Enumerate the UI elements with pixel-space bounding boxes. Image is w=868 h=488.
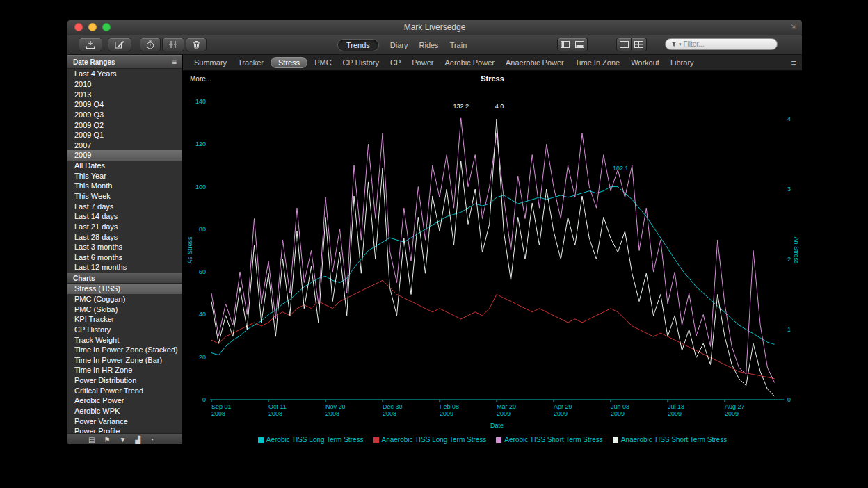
- filter-field[interactable]: ▾: [665, 38, 778, 50]
- date-range-2009-q4[interactable]: 2009 Q4: [67, 99, 182, 110]
- chart-item-pmc-coggan[interactable]: PMC (Coggan): [67, 294, 182, 304]
- date-range-last-7-days[interactable]: Last 7 days: [67, 201, 182, 211]
- grid-view-button[interactable]: [632, 38, 647, 51]
- date-range-2009-q3[interactable]: 2009 Q3: [67, 110, 182, 120]
- date-range-this-month[interactable]: This Month: [67, 181, 182, 191]
- content: Date Ranges ≡ Last 4 Years201020132009 Q…: [67, 55, 802, 445]
- chevron-down-icon: ▾: [679, 42, 682, 47]
- chart-item-stress-tiss[interactable]: Stress (TISS): [67, 284, 182, 294]
- date-range-last-6-months[interactable]: Last 6 months: [67, 252, 182, 263]
- toggle-bottombar-button[interactable]: [572, 38, 588, 51]
- tab-stress[interactable]: Stress: [271, 57, 307, 68]
- peak-annotation: 132.2: [453, 103, 469, 110]
- save-button[interactable]: [79, 38, 102, 51]
- chart-item-track-weight[interactable]: Track Weight: [67, 334, 182, 345]
- bookmark-icon[interactable]: ⚑: [104, 437, 110, 444]
- fullscreen-icon[interactable]: ⇲: [790, 22, 796, 31]
- legend-label: Aerobic TISS Long Term Stress: [266, 436, 364, 444]
- date-range-last-28-days[interactable]: Last 28 days: [67, 231, 182, 242]
- chart-item-pmc-skiba[interactable]: PMC (Skiba): [67, 304, 182, 314]
- legend-swatch: [613, 437, 618, 443]
- x-tick-label: Feb 082009: [440, 403, 459, 418]
- titlebar: Mark Liversedge ⇲: [67, 20, 802, 35]
- tab-cp[interactable]: CP: [385, 56, 406, 69]
- legend-item-aerobic-tiss-long-term-stress: Aerobic TISS Long Term Stress: [258, 436, 364, 444]
- intervals-button[interactable]: [162, 38, 184, 51]
- date-range-2013[interactable]: 2013: [67, 89, 182, 99]
- tab-anaerobic-power[interactable]: Anaerobic Power: [500, 56, 570, 69]
- chart-item-time-in-power-zone-bar[interactable]: Time In Power Zone (Bar): [67, 355, 182, 365]
- chart-item-power-profile[interactable]: Power Profile: [67, 426, 182, 433]
- x-tick-label: Nov 202008: [326, 403, 346, 418]
- date-range-this-week[interactable]: This Week: [67, 191, 182, 202]
- funnel-icon[interactable]: ▼: [119, 437, 126, 444]
- date-ranges-menu-icon[interactable]: ≡: [172, 57, 177, 67]
- panel-icon[interactable]: ▤: [88, 437, 95, 444]
- date-range-2009[interactable]: 2009: [67, 150, 182, 161]
- sidebar-bottom-toolbar: ▤⚑▼▟◔: [67, 433, 182, 445]
- chart-item-power-distribution[interactable]: Power Distribution: [67, 375, 182, 386]
- trash-button[interactable]: [186, 38, 207, 51]
- toolbar: TrendsDiaryRidesTrain: [67, 35, 802, 55]
- chart-item-aerobic-wpk[interactable]: Aerobic WPK: [67, 406, 182, 416]
- grid-view-icon: [634, 41, 643, 48]
- tab-pmc[interactable]: PMC: [309, 56, 337, 69]
- chart-item-time-in-power-zone-stacked[interactable]: Time In Power Zone (Stacked): [67, 345, 182, 355]
- date-range-all-dates[interactable]: All Dates: [67, 161, 182, 171]
- date-range-last-21-days[interactable]: Last 21 days: [67, 222, 182, 232]
- y-left-tick-label: 80: [183, 226, 206, 233]
- date-range-2009-q2[interactable]: 2009 Q2: [67, 120, 182, 130]
- tab-power[interactable]: Power: [406, 56, 439, 69]
- x-axis-title: Date: [210, 422, 784, 429]
- date-range-this-year[interactable]: This Year: [67, 170, 182, 181]
- toggle-sidebar-button[interactable]: [557, 38, 572, 51]
- intervals-icon: [168, 40, 178, 49]
- filter-input[interactable]: [683, 40, 771, 48]
- stats-icon[interactable]: ▟: [135, 437, 140, 444]
- tab-library[interactable]: Library: [665, 56, 700, 69]
- legend-swatch: [258, 437, 264, 443]
- date-range-2009-q1[interactable]: 2009 Q1: [67, 130, 182, 140]
- date-range-last-14-days[interactable]: Last 14 days: [67, 211, 182, 222]
- y-left-tick-label: 60: [183, 268, 206, 275]
- date-range-last-4-years[interactable]: Last 4 Years: [67, 69, 182, 79]
- chart-item-aerobic-power[interactable]: Aerobic Power: [67, 396, 182, 406]
- tab-time-in-zone[interactable]: Time In Zone: [570, 56, 625, 69]
- chart-item-cp-history[interactable]: CP History: [67, 325, 182, 335]
- y-left-tick-label: 100: [183, 184, 206, 190]
- view-tab-train[interactable]: Train: [450, 41, 467, 49]
- legend-label: Anaerobic TISS Long Term Stress: [382, 436, 487, 444]
- tab-cp-history[interactable]: CP History: [337, 56, 385, 69]
- peak-annotation: 102.1: [613, 165, 629, 172]
- main-area: SummaryTrackerStressPMCCP HistoryCPPower…: [183, 55, 802, 445]
- chart-item-kpi-tracker[interactable]: KPI Tracker: [67, 314, 182, 325]
- clock-icon[interactable]: ◔: [150, 437, 154, 444]
- sidebar: Date Ranges ≡ Last 4 Years201020132009 Q…: [67, 55, 183, 445]
- x-tick-label: Oct 112008: [268, 403, 287, 418]
- y-right-tick-label: 3: [787, 186, 791, 193]
- tabbar-menu-icon[interactable]: ≡: [791, 58, 796, 68]
- date-range-last-3-months[interactable]: Last 3 months: [67, 242, 182, 252]
- chart-item-critical-power-trend[interactable]: Critical Power Trend: [67, 385, 182, 396]
- y-right-axis-title: An Stress: [793, 234, 800, 267]
- stopwatch-button[interactable]: [140, 38, 161, 51]
- date-range-2010[interactable]: 2010: [67, 79, 182, 90]
- legend-label: Anaerobic TISS Short Term Stress: [621, 436, 727, 444]
- date-range-last-12-months[interactable]: Last 12 months: [67, 262, 182, 273]
- x-tick-label: Jul 182009: [668, 403, 684, 418]
- tab-tracker[interactable]: Tracker: [232, 56, 269, 69]
- chart-item-time-in-hr-zone[interactable]: Time In HR Zone: [67, 365, 182, 375]
- tile-view-button[interactable]: [616, 38, 632, 51]
- date-range-2007[interactable]: 2007: [67, 140, 182, 150]
- chart-item-power-variance[interactable]: Power Variance: [67, 416, 182, 426]
- chart-pane: More... Stress Sep 012008Oct 112008Nov 2…: [183, 71, 802, 445]
- view-tab-rides[interactable]: Rides: [419, 41, 439, 49]
- view-tab-diary[interactable]: Diary: [390, 41, 408, 49]
- tab-aerobic-power[interactable]: Aerobic Power: [439, 56, 500, 69]
- edit-button[interactable]: [108, 38, 131, 51]
- chart-legend: Aerobic TISS Long Term StressAnaerobic T…: [183, 436, 802, 444]
- date-ranges-header: Date Ranges ≡: [67, 55, 182, 69]
- tab-summary[interactable]: Summary: [188, 56, 232, 69]
- tab-workout[interactable]: Workout: [625, 56, 665, 69]
- view-tab-trends[interactable]: Trends: [337, 39, 379, 51]
